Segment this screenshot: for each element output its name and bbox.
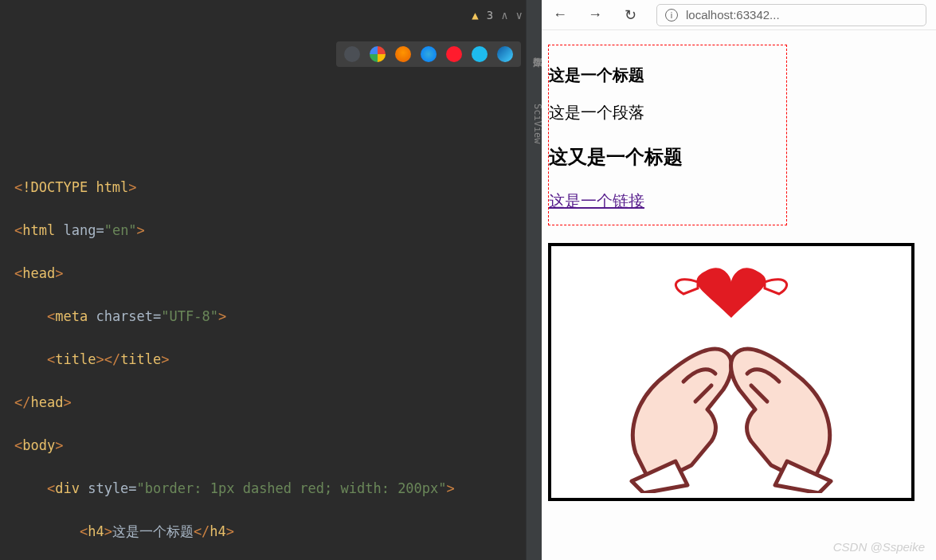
ide-right-sidebar[interactable]: 数据库 SciView: [526, 0, 542, 560]
demo-link[interactable]: 这是一个链接: [549, 192, 644, 210]
url-text: localhost:63342...: [686, 8, 780, 22]
back-button[interactable]: ←: [551, 6, 569, 23]
pycharm-icon[interactable]: [344, 46, 360, 62]
firefox-icon[interactable]: [395, 46, 411, 62]
safari-icon[interactable]: [421, 46, 437, 62]
code-line[interactable]: <meta charset="UTF-8">: [14, 306, 542, 327]
paragraph: 这是一个段落: [549, 102, 786, 123]
chrome-icon[interactable]: [370, 46, 386, 62]
address-bar[interactable]: i localhost:63342...: [656, 4, 926, 26]
code-line[interactable]: <!DOCTYPE html>: [14, 177, 542, 198]
code-line[interactable]: <head>: [14, 263, 542, 284]
warning-triangle-icon: ▲: [472, 5, 478, 26]
heart-hands-image: [556, 254, 907, 493]
browser-preview-panel: ← → ↻ i localhost:63342... 这是一个标题 这是一个段落…: [542, 0, 936, 560]
inspection-badge[interactable]: ▲ 3 ∧ ∨: [472, 5, 523, 26]
ie-icon[interactable]: [472, 46, 488, 62]
code-line[interactable]: </head>: [14, 392, 542, 413]
heading-h4: 这是一个标题: [549, 65, 786, 86]
site-info-icon[interactable]: i: [665, 9, 678, 22]
ide-editor-panel[interactable]: ▲ 3 ∧ ∨ 数据库 SciView <!DOCTYPE html> <htm…: [0, 0, 542, 560]
next-highlight-icon[interactable]: ∨: [516, 5, 523, 26]
image-with-border: [548, 243, 914, 501]
code-line[interactable]: <title></title>: [14, 349, 542, 370]
opera-icon[interactable]: [446, 46, 462, 62]
prev-highlight-icon[interactable]: ∧: [501, 5, 507, 26]
reload-button[interactable]: ↻: [621, 6, 639, 24]
edge-icon[interactable]: [497, 46, 513, 62]
sidebar-tab-sciview[interactable]: SciView: [527, 97, 542, 144]
code-line[interactable]: <h4>这是一个标题</h4>: [14, 521, 542, 542]
sidebar-tab-database[interactable]: 数据库: [527, 43, 542, 49]
forward-button[interactable]: →: [586, 6, 604, 23]
dashed-border-box: 这是一个标题 这是一个段落 这又是一个标题 这是一个链接: [548, 45, 787, 225]
watermark-text: CSDN @Sspeike: [833, 540, 925, 554]
heading-h3: 这又是一个标题: [549, 144, 786, 170]
code-line[interactable]: <div style="border: 1px dashed red; widt…: [14, 478, 542, 499]
code-line[interactable]: <body>: [14, 435, 542, 456]
warning-count: 3: [487, 5, 493, 26]
rendered-page: 这是一个标题 这是一个段落 这又是一个标题 这是一个链接: [542, 30, 936, 501]
code-line[interactable]: <html lang="en">: [14, 220, 542, 241]
open-in-browser-toolbar[interactable]: [336, 41, 521, 67]
browser-toolbar: ← → ↻ i localhost:63342...: [542, 0, 936, 30]
